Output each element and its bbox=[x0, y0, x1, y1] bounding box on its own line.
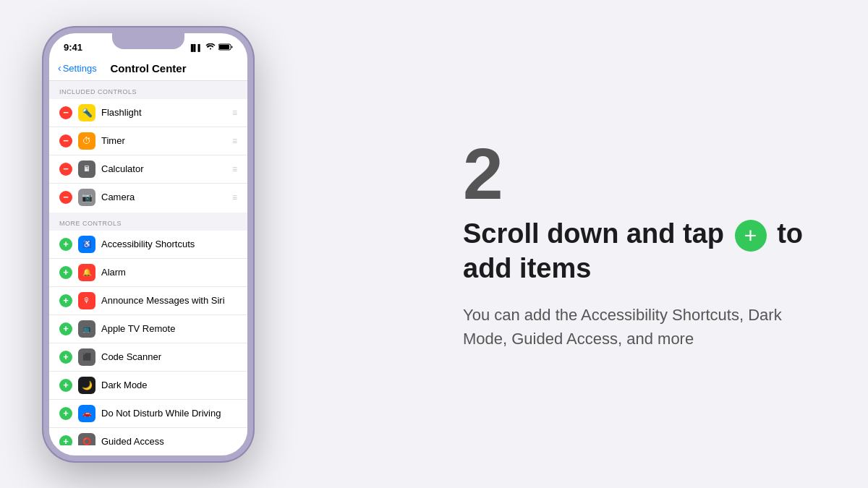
timer-icon: ⏱ bbox=[78, 132, 95, 150]
list-item[interactable]: + ⭕ Guided Access bbox=[49, 428, 247, 445]
flashlight-icon: 🔦 bbox=[78, 104, 95, 121]
list-item[interactable]: − 📷 Camera ≡ bbox=[49, 184, 247, 211]
list-item[interactable]: + ⬛ Code Scanner bbox=[49, 343, 247, 372]
dark-mode-icon: 🌙 bbox=[78, 377, 95, 394]
item-label: Guided Access bbox=[101, 436, 237, 445]
more-controls-list: + ♿ Accessibility Shortcuts + 🔔 Alarm + … bbox=[49, 231, 247, 445]
add-plus-icon: + bbox=[735, 220, 767, 252]
add-button[interactable]: + bbox=[59, 379, 72, 392]
wifi-icon bbox=[205, 43, 216, 52]
back-label[interactable]: Settings bbox=[63, 63, 97, 74]
item-label: Announce Messages with Siri bbox=[101, 295, 237, 306]
guided-access-icon: ⭕ bbox=[78, 433, 95, 445]
item-label: Flashlight bbox=[101, 107, 226, 118]
accessibility-icon: ♿ bbox=[78, 236, 95, 253]
phone-mockup: 9:41 ▐▌▌ ‹ Settings Control Center INCL bbox=[43, 27, 253, 461]
drag-handle[interactable]: ≡ bbox=[232, 136, 237, 146]
remove-button[interactable]: − bbox=[59, 106, 72, 119]
item-label: Alarm bbox=[101, 267, 237, 278]
back-button[interactable]: ‹ Settings bbox=[58, 62, 97, 74]
list-item[interactable]: − ⏱ Timer ≡ bbox=[49, 127, 247, 155]
back-chevron: ‹ bbox=[58, 62, 61, 74]
dnd-driving-icon: 🚗 bbox=[78, 405, 95, 422]
add-button[interactable]: + bbox=[59, 238, 72, 251]
battery-icon bbox=[218, 43, 233, 52]
phone-notch bbox=[112, 33, 184, 49]
instruction-part1: Scroll down and tap bbox=[463, 218, 724, 249]
screen-content: INCLUDED CONTROLS − 🔦 Flashlight ≡ − ⏱ T… bbox=[49, 81, 247, 445]
nav-title: Control Center bbox=[111, 62, 187, 74]
item-label: Timer bbox=[101, 135, 226, 146]
drag-handle[interactable]: ≡ bbox=[232, 108, 237, 118]
item-label: Accessibility Shortcuts bbox=[101, 239, 237, 249]
status-time: 9:41 bbox=[64, 42, 82, 53]
add-button[interactable]: + bbox=[59, 322, 72, 335]
drag-handle[interactable]: ≡ bbox=[232, 164, 237, 174]
item-label: Calculator bbox=[101, 163, 226, 174]
siri-icon: 🎙 bbox=[78, 292, 95, 309]
included-controls-header: INCLUDED CONTROLS bbox=[49, 81, 247, 99]
add-button[interactable]: + bbox=[59, 407, 72, 420]
signal-icon: ▐▌▌ bbox=[189, 44, 203, 51]
list-item[interactable]: + 🚗 Do Not Disturb While Driving bbox=[49, 400, 247, 428]
alarm-icon: 🔔 bbox=[78, 264, 95, 281]
more-controls-header: MORE CONTROLS bbox=[49, 213, 247, 231]
item-label: Code Scanner bbox=[101, 351, 237, 362]
list-item[interactable]: − 🖩 Calculator ≡ bbox=[49, 155, 247, 184]
drag-handle[interactable]: ≡ bbox=[232, 192, 237, 202]
remove-button[interactable]: − bbox=[59, 191, 72, 204]
list-item[interactable]: + ♿ Accessibility Shortcuts bbox=[49, 231, 247, 259]
step-description: You can add the Accessibility Shortcuts,… bbox=[463, 303, 825, 351]
item-label: Dark Mode bbox=[101, 380, 237, 390]
add-button[interactable]: + bbox=[59, 435, 72, 445]
item-label: Camera bbox=[101, 192, 226, 202]
phone-screen: 9:41 ▐▌▌ ‹ Settings Control Center INCL bbox=[43, 27, 253, 461]
list-item[interactable]: + 🔔 Alarm bbox=[49, 259, 247, 287]
item-label: Apple TV Remote bbox=[101, 323, 237, 334]
navigation-bar: ‹ Settings Control Center bbox=[49, 59, 247, 81]
remove-button[interactable]: − bbox=[59, 134, 72, 147]
status-icons: ▐▌▌ bbox=[189, 43, 233, 52]
right-panel: 2 Scroll down and tap + to add items You… bbox=[420, 137, 825, 351]
list-item[interactable]: − 🔦 Flashlight ≡ bbox=[49, 99, 247, 127]
calculator-icon: 🖩 bbox=[78, 160, 95, 178]
camera-icon: 📷 bbox=[78, 189, 95, 206]
add-button[interactable]: + bbox=[59, 294, 72, 307]
item-label: Do Not Disturb While Driving bbox=[101, 408, 237, 419]
add-button[interactable]: + bbox=[59, 266, 72, 279]
apple-tv-icon: 📺 bbox=[78, 320, 95, 338]
add-button[interactable]: + bbox=[59, 351, 72, 364]
step-number: 2 bbox=[463, 137, 825, 210]
scanner-icon: ⬛ bbox=[78, 348, 95, 366]
included-controls-list: − 🔦 Flashlight ≡ − ⏱ Timer ≡ − 🖩 Calcula… bbox=[49, 99, 247, 211]
step-instruction: Scroll down and tap + to add items bbox=[463, 217, 825, 286]
svg-rect-1 bbox=[219, 45, 229, 49]
list-item[interactable]: + 📺 Apple TV Remote bbox=[49, 315, 247, 343]
list-item[interactable]: + 🎙 Announce Messages with Siri bbox=[49, 287, 247, 315]
remove-button[interactable]: − bbox=[59, 163, 72, 176]
list-item[interactable]: + 🌙 Dark Mode bbox=[49, 372, 247, 400]
